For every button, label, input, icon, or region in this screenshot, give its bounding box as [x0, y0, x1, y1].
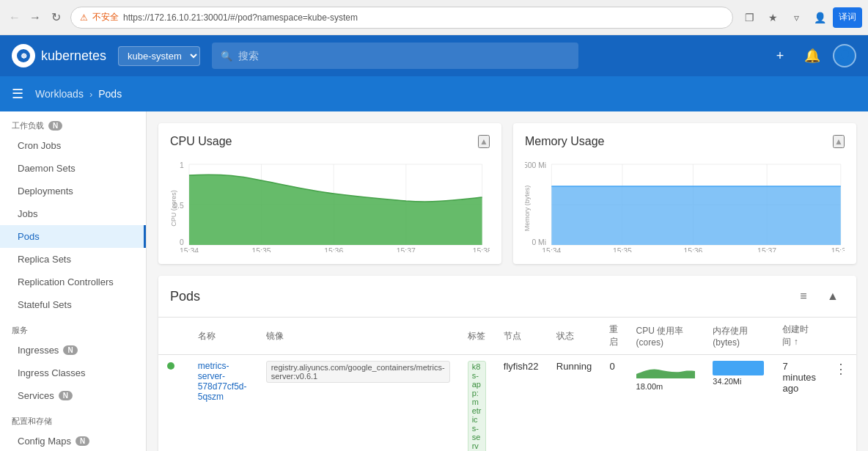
- svg-text:15:36: 15:36: [683, 247, 702, 252]
- forward-button[interactable]: →: [26, 9, 44, 26]
- sidebar-item-label: Ingress Classes: [18, 367, 85, 378]
- cpu-mini-chart: [636, 361, 695, 378]
- svg-text:0: 0: [180, 238, 184, 246]
- sidebar-item-ingress-classes[interactable]: Ingress Classes: [0, 362, 146, 384]
- cpu-chart-container: 1 0.5 0 CPU (cores): [170, 157, 490, 252]
- add-button[interactable]: +: [768, 44, 792, 67]
- col-header-name-label: 名称: [189, 318, 257, 355]
- share-button[interactable]: ❐: [739, 7, 760, 28]
- sidebar-item-label: Services: [18, 390, 54, 401]
- svg-text:15:38: 15:38: [831, 247, 845, 252]
- search-bar[interactable]: 🔍: [212, 43, 578, 69]
- sidebar-item-label: Replica Sets: [18, 254, 71, 265]
- sidebar-item-label: Deployments: [18, 186, 73, 197]
- search-input[interactable]: [238, 50, 570, 62]
- col-header-labels: 标签: [459, 318, 495, 355]
- memory-value: 34.20Mi: [713, 377, 765, 386]
- pods-section: Pods ≡ ▲ 名称 镜像 标签 节: [158, 276, 856, 451]
- image-cell: registry.aliyuncs.com/google_containers/…: [257, 355, 459, 452]
- services-badge: N: [59, 391, 73, 400]
- cpu-cell: 18.00m: [628, 355, 705, 452]
- memory-chart-title: Memory Usage: [525, 135, 604, 148]
- svg-text:1: 1: [180, 161, 184, 169]
- memory-chart-collapse-button[interactable]: ▲: [833, 135, 845, 148]
- sidebar-item-replica-sets[interactable]: Replica Sets: [0, 248, 146, 271]
- sidebar-item-deployments[interactable]: Deployments: [0, 180, 146, 202]
- header-right: + 🔔 👤: [768, 44, 856, 67]
- sidebar-item-services[interactable]: Services N: [0, 384, 146, 407]
- translate-button[interactable]: 译词: [833, 7, 862, 28]
- back-button[interactable]: ←: [6, 9, 23, 26]
- pods-table: 名称 镜像 标签 节点 状态 重启 CPU 使用率 (cores) 内存使用 (…: [158, 318, 856, 451]
- svg-text:15:34: 15:34: [542, 247, 561, 252]
- col-header-restart: 重启: [600, 318, 627, 355]
- filter-button[interactable]: ≡: [792, 285, 815, 308]
- svg-text:CPU (cores): CPU (cores): [170, 190, 177, 226]
- sidebar-item-label: Stateful Sets: [18, 299, 72, 310]
- row-more-button[interactable]: ⋮: [834, 361, 847, 377]
- browser-actions: ❐ ★ ▿ 👤 译词: [739, 7, 862, 28]
- svg-text:500 Mi: 500 Mi: [525, 161, 546, 169]
- config-maps-badge: N: [76, 436, 89, 446]
- col-header-actions: [825, 318, 856, 355]
- sidebar-item-label: Config Maps: [18, 436, 71, 447]
- sidebar-item-stateful-sets[interactable]: Stateful Sets: [0, 293, 146, 316]
- sidebar: 工作负载 N Cron Jobs Daemon Sets Deployments…: [0, 111, 147, 451]
- pods-title: Pods: [170, 289, 200, 304]
- sidebar-item-pods[interactable]: Pods: [0, 225, 146, 248]
- svg-text:15:35: 15:35: [252, 247, 271, 252]
- table-body: metrics-server-578d77cf5d-5qszm registry…: [158, 355, 856, 452]
- sidebar-item-label: Pods: [18, 231, 40, 242]
- col-header-created: 创建时间 ↑: [773, 318, 825, 355]
- workloads-badge: N: [48, 121, 62, 131]
- collapse-button[interactable]: ▲: [821, 285, 845, 308]
- sidebar-item-label: Daemon Sets: [18, 163, 76, 174]
- col-header-node: 节点: [495, 318, 548, 355]
- col-header-memory: 内存使用 (bytes): [704, 318, 773, 355]
- sidebar-item-replication-controllers[interactable]: Replication Controllers: [0, 271, 146, 293]
- sidebar-item-label: Replication Controllers: [18, 276, 114, 287]
- sidebar-section-config: 配置和存储: [0, 407, 146, 430]
- memory-chart-card: Memory Usage ▲ 500 Mi 0 Mi Memory (bytes…: [513, 123, 856, 264]
- sidebar-section-workloads-label: 工作负载: [12, 120, 44, 131]
- notification-button[interactable]: 🔔: [801, 44, 824, 67]
- refresh-button[interactable]: ↻: [47, 9, 65, 26]
- svg-text:0 Mi: 0 Mi: [532, 238, 546, 246]
- avatar-icon: 👤: [839, 50, 851, 62]
- namespace-select[interactable]: kube-system: [118, 46, 200, 66]
- sidebar-item-label: Cron Jobs: [18, 140, 61, 151]
- bookmark-button[interactable]: ★: [762, 7, 783, 28]
- address-bar[interactable]: ⚠ 不安全 https://172.16.10.21:30001/#/pod?n…: [70, 7, 733, 29]
- avatar[interactable]: 👤: [833, 44, 856, 67]
- svg-text:Memory (bytes): Memory (bytes): [525, 186, 531, 231]
- svg-text:15:37: 15:37: [757, 247, 776, 252]
- sidebar-item-cron-jobs[interactable]: Cron Jobs: [0, 134, 146, 157]
- cpu-chart-title: CPU Usage: [170, 135, 232, 148]
- pod-name-link[interactable]: metrics-server-578d77cf5d-5qszm: [198, 361, 249, 402]
- labels-cell: k8s-app: metrics-server pod-template-has…: [459, 355, 495, 452]
- cpu-chart-collapse-button[interactable]: ▲: [478, 135, 490, 148]
- content-area: CPU Usage ▲ 1 0.5 0 CPU (cores): [147, 111, 868, 451]
- sidebar-item-ingresses[interactable]: Ingresses N: [0, 339, 146, 362]
- sidebar-item-jobs[interactable]: Jobs: [0, 202, 146, 225]
- cpu-chart-card: CPU Usage ▲ 1 0.5 0 CPU (cores): [158, 123, 501, 264]
- logo: ☸ kubernetes: [12, 44, 106, 67]
- sidebar-item-label: Ingresses: [18, 345, 59, 356]
- sidebar-section-workloads: 工作负载 N: [0, 111, 146, 134]
- memory-cell: 34.20Mi: [704, 355, 773, 452]
- memory-chart-header: Memory Usage ▲: [525, 135, 845, 148]
- filter-icon: ≡: [800, 290, 806, 303]
- account-button[interactable]: 👤: [809, 7, 830, 28]
- insecure-label: 不安全: [92, 11, 119, 23]
- breadcrumb-workloads[interactable]: Workloads: [35, 88, 84, 100]
- sidebar-item-daemon-sets[interactable]: Daemon Sets: [0, 157, 146, 180]
- hamburger-button[interactable]: ☰: [12, 86, 23, 102]
- table-row: metrics-server-578d77cf5d-5qszm registry…: [158, 355, 856, 452]
- extension-button[interactable]: ▿: [786, 7, 806, 28]
- sidebar-item-config-maps[interactable]: Config Maps N: [0, 430, 146, 451]
- name-cell: metrics-server-578d77cf5d-5qszm: [189, 355, 257, 452]
- memory-bar: [713, 361, 764, 375]
- created-cell: 7 minutes ago: [773, 355, 825, 452]
- cpu-chart-header: CPU Usage ▲: [170, 135, 490, 148]
- breadcrumb-bar: ☰ Workloads › Pods: [0, 76, 868, 111]
